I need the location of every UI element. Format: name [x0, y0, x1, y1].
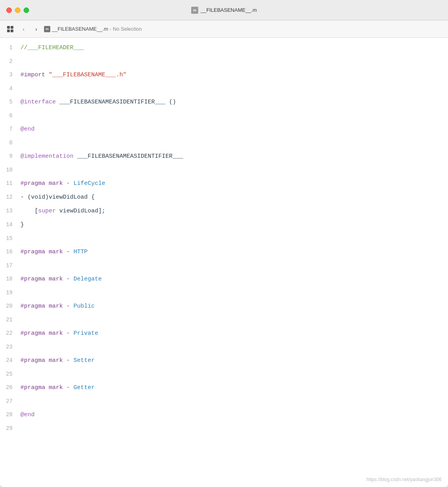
- window-title: __FILEBASENAME__.m: [200, 7, 257, 13]
- code-token: #pragma mark: [20, 276, 66, 282]
- code-token: @interface: [20, 99, 56, 105]
- line-content: #pragma mark - Getter: [20, 381, 448, 395]
- line-number: 16: [0, 245, 20, 258]
- line-number: 23: [0, 340, 20, 354]
- code-token: [: [20, 208, 38, 214]
- line-number: 22: [0, 327, 20, 340]
- line-number: 9: [0, 149, 20, 163]
- code-token: ___FILEBASENAMEASIDENTIFIER___: [73, 153, 183, 160]
- code-token: -: [66, 303, 73, 310]
- code-token: #pragma mark: [20, 249, 66, 255]
- code-token: #pragma mark: [20, 330, 66, 337]
- line-content: @end: [20, 123, 448, 136]
- code-line: 13 [super viewDidLoad];: [0, 204, 448, 218]
- code-token: -: [66, 384, 73, 391]
- code-line: 9@implementation ___FILEBASENAMEASIDENTI…: [0, 149, 448, 163]
- main-window: m __FILEBASENAME__.m ‹ › m __FILEBASENAM…: [0, 0, 448, 487]
- code-line: 25: [0, 367, 448, 381]
- code-line: 16#pragma mark - HTTP: [0, 245, 448, 259]
- line-number: 13: [0, 204, 20, 218]
- line-number: 17: [0, 259, 20, 272]
- line-number: 21: [0, 313, 20, 327]
- code-token: super: [38, 208, 56, 214]
- code-token: viewDidLoad];: [56, 208, 105, 214]
- code-line: 23: [0, 340, 448, 354]
- line-number: 28: [0, 408, 20, 421]
- line-content: @interface ___FILEBASENAMEASIDENTIFIER__…: [20, 96, 448, 109]
- line-number: 11: [0, 177, 20, 190]
- code-token: Getter: [73, 384, 95, 391]
- code-line: 1//___FILEHEADER___: [0, 41, 448, 55]
- line-number: 26: [0, 381, 20, 394]
- line-content: #pragma mark - LifeCycle: [20, 177, 448, 190]
- code-line: 14}: [0, 218, 448, 232]
- line-number: 3: [0, 68, 20, 81]
- code-token: #pragma mark: [20, 303, 66, 310]
- line-content: }: [20, 218, 448, 232]
- code-line: 2: [0, 55, 448, 68]
- code-lines: 1//___FILEHEADER___23#import "___FILEBAS…: [0, 41, 448, 435]
- minimize-button[interactable]: [15, 7, 20, 13]
- line-number: 14: [0, 218, 20, 231]
- line-content: #pragma mark - HTTP: [20, 245, 448, 259]
- line-content: //___FILEHEADER___: [20, 41, 448, 55]
- file-icon-badge: m: [44, 26, 50, 32]
- code-token: -: [66, 357, 73, 364]
- breadcrumb-filename[interactable]: __FILEBASENAME__.m: [52, 26, 108, 32]
- line-number: 2: [0, 55, 20, 68]
- code-line: 3#import "___FILEBASENAME___.h": [0, 68, 448, 82]
- code-token: -: [66, 180, 73, 187]
- code-token: Setter: [73, 357, 95, 364]
- code-token: #pragma mark: [20, 384, 66, 391]
- line-number: 25: [0, 367, 20, 381]
- code-line: 19: [0, 286, 448, 299]
- code-line: 17: [0, 259, 448, 272]
- forward-button[interactable]: ›: [31, 24, 41, 34]
- line-number: 18: [0, 272, 20, 286]
- line-content: #pragma mark - Public: [20, 300, 448, 313]
- line-number: 27: [0, 395, 20, 408]
- line-content: #pragma mark - Private: [20, 327, 448, 340]
- grid-icon: [7, 26, 13, 32]
- line-number: 10: [0, 163, 20, 177]
- grid-view-button[interactable]: [5, 24, 16, 35]
- code-line: 4: [0, 82, 448, 95]
- line-number: 24: [0, 354, 20, 367]
- code-token: Private: [73, 330, 98, 337]
- line-content: #pragma mark - Setter: [20, 354, 448, 367]
- line-content: #import "___FILEBASENAME___.h": [20, 68, 448, 82]
- maximize-button[interactable]: [24, 7, 29, 13]
- close-button[interactable]: [6, 7, 12, 13]
- code-token: -: [66, 330, 73, 337]
- code-line: 22#pragma mark - Private: [0, 327, 448, 340]
- code-line: 5@interface ___FILEBASENAMEASIDENTIFIER_…: [0, 95, 448, 109]
- code-line: 6: [0, 109, 448, 122]
- nav-bar: ‹ › m __FILEBASENAME__.m › No Selection: [0, 20, 448, 38]
- code-token: @end: [20, 126, 35, 133]
- code-token: Delegate: [73, 276, 102, 282]
- back-button[interactable]: ‹: [19, 24, 28, 34]
- code-line: 20#pragma mark - Public: [0, 299, 448, 313]
- code-line: 18#pragma mark - Delegate: [0, 272, 448, 286]
- line-number: 19: [0, 286, 20, 299]
- code-line: 24#pragma mark - Setter: [0, 354, 448, 367]
- code-editor[interactable]: 1//___FILEHEADER___23#import "___FILEBAS…: [0, 38, 448, 487]
- watermark: https://blog.csdn.net/yaoliangjun306: [367, 477, 442, 482]
- code-token: Public: [73, 303, 95, 310]
- breadcrumb-selection: No Selection: [113, 26, 142, 32]
- code-line: 11#pragma mark - LifeCycle: [0, 177, 448, 190]
- code-token: #pragma mark: [20, 180, 66, 187]
- code-token: - (void)viewDidLoad {: [20, 194, 95, 201]
- title-bar: m __FILEBASENAME__.m: [0, 0, 448, 20]
- code-token: @end: [20, 411, 35, 418]
- breadcrumb-separator: ›: [110, 26, 111, 32]
- code-line: 8: [0, 136, 448, 149]
- code-token: HTTP: [73, 249, 88, 255]
- line-number: 15: [0, 232, 20, 245]
- line-content: - (void)viewDidLoad {: [20, 191, 448, 204]
- code-line: 12- (void)viewDidLoad {: [0, 190, 448, 204]
- code-token: #import: [20, 72, 49, 78]
- breadcrumb: m __FILEBASENAME__.m › No Selection: [44, 26, 142, 32]
- line-number: 1: [0, 41, 20, 54]
- code-line: 7@end: [0, 122, 448, 136]
